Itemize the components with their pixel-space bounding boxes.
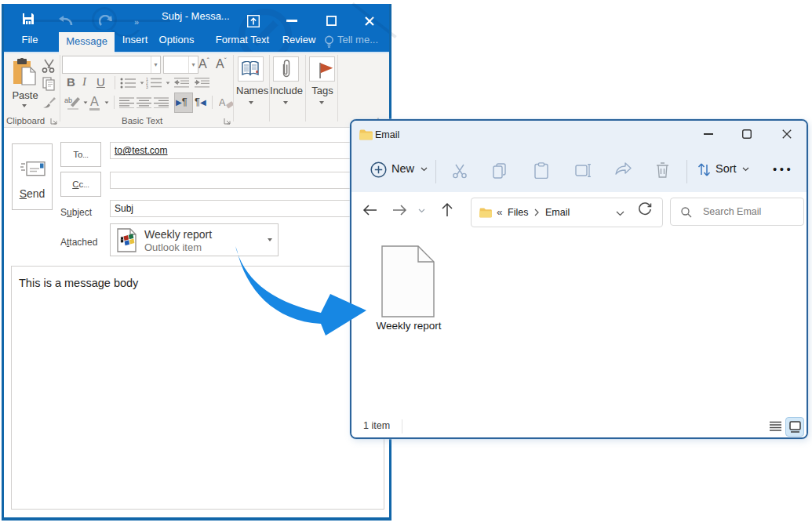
svg-text:ab: ab (64, 96, 72, 104)
svg-text:A: A (219, 97, 226, 108)
svg-text:3: 3 (146, 85, 148, 89)
